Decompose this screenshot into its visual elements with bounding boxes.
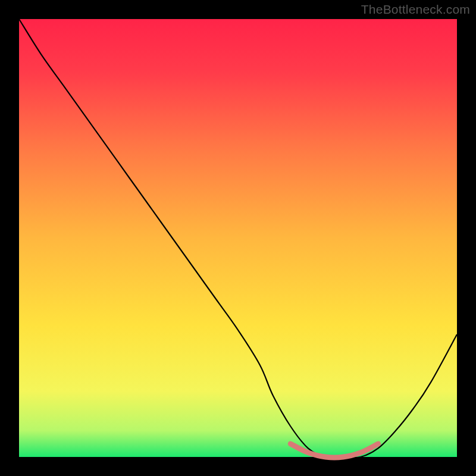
chart-svg — [0, 0, 476, 476]
plot-area — [19, 19, 457, 457]
watermark-text: TheBottleneck.com — [361, 2, 470, 17]
chart-container: TheBottleneck.com — [0, 0, 476, 476]
